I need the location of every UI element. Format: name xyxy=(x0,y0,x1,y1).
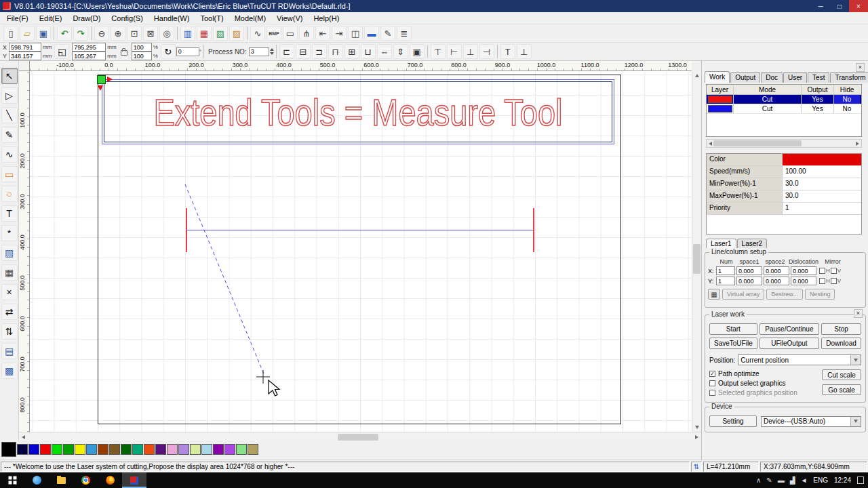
align-top-icon[interactable]: ⊓ xyxy=(328,44,343,59)
scroll-right-icon[interactable] xyxy=(692,432,701,441)
property-value[interactable]: 100.00 xyxy=(783,166,861,178)
scroll-right-icon[interactable] xyxy=(856,142,859,146)
property-value[interactable]: 30.0 xyxy=(783,178,861,190)
y-position-field[interactable]: 348.157 xyxy=(9,52,41,60)
array-y-field[interactable]: 0.000 xyxy=(791,277,816,285)
mirror-vertical-tool[interactable]: ⇅ xyxy=(1,323,18,340)
minimize-button[interactable]: ─ xyxy=(811,0,830,12)
scale-y-field[interactable]: 100 xyxy=(132,52,152,60)
aspect-lock-icon[interactable] xyxy=(121,50,127,56)
layer-row[interactable]: CutYesNo xyxy=(707,95,861,104)
palette-color[interactable] xyxy=(132,444,143,455)
document-info-icon[interactable]: ≣ xyxy=(397,26,412,41)
text-vertical-icon[interactable]: ⊥ xyxy=(517,44,532,59)
rectangle-tool[interactable]: ▭ xyxy=(1,166,18,182)
tab-user[interactable]: User xyxy=(783,72,807,83)
zoom-all-icon[interactable]: ⊠ xyxy=(143,26,158,41)
polyline-tool[interactable]: ✎ xyxy=(1,127,18,143)
array-y-field[interactable]: 0.000 xyxy=(764,277,789,285)
zoom-out-icon[interactable]: ⊖ xyxy=(94,26,109,41)
menu-view-v[interactable]: View(V) xyxy=(271,13,308,24)
output-select-graphics-checkbox[interactable]: Output select graphics xyxy=(709,379,822,388)
palette-color[interactable] xyxy=(155,444,166,455)
pause-continue-button[interactable]: Pause/Continue xyxy=(760,323,819,335)
clock[interactable]: 12:24 xyxy=(834,476,851,484)
volume-icon[interactable]: ◄ xyxy=(800,476,807,484)
palette-color[interactable] xyxy=(121,444,132,455)
selected-graphics-position-checkbox[interactable]: Selected graphics position xyxy=(709,388,822,397)
device-select[interactable]: Device---(USB:Auto) xyxy=(761,416,861,427)
cut-property-icon[interactable]: ▦ xyxy=(197,26,212,41)
layer-setting-icon[interactable]: ▨ xyxy=(229,26,244,41)
device-setting-button[interactable]: Setting xyxy=(709,415,757,427)
design-text[interactable]: Extend Tools = Measure Tool xyxy=(104,76,612,148)
node-edit-tool[interactable]: ▷ xyxy=(1,87,18,104)
vertical-scroll-thumb[interactable] xyxy=(693,244,701,274)
palette-color[interactable] xyxy=(98,444,108,455)
nesting-button[interactable]: Nesting xyxy=(805,289,835,300)
point-tool[interactable]: * xyxy=(1,225,18,241)
rotate-angle-field[interactable]: 0 xyxy=(176,47,199,56)
position-select[interactable]: Current position xyxy=(738,354,861,365)
measure-vertical-icon[interactable]: ⇥ xyxy=(332,26,347,41)
move-to-top-icon[interactable]: ⊤ xyxy=(431,44,446,59)
ufileoutput-button[interactable]: UFileOutput xyxy=(760,338,819,349)
layer-table-scrollbar[interactable] xyxy=(706,139,862,148)
array-x-field[interactable]: 0.000 xyxy=(736,266,762,275)
scroll-up-icon[interactable] xyxy=(692,71,701,80)
palette-color[interactable] xyxy=(86,444,97,455)
palette-color[interactable] xyxy=(63,444,74,455)
menu-tool-t[interactable]: Tool(T) xyxy=(195,13,229,24)
curve-check-icon[interactable]: ▭ xyxy=(283,26,298,41)
image-tool[interactable]: ▧ xyxy=(1,245,18,261)
dropdown-arrow-icon[interactable] xyxy=(850,417,861,426)
layer-scroll-thumb[interactable] xyxy=(713,140,802,146)
tab-doc[interactable]: Doc xyxy=(761,72,783,83)
battery-icon[interactable]: ▬ xyxy=(778,476,785,484)
palette-color[interactable] xyxy=(17,444,28,455)
align-right-icon[interactable]: ⊐ xyxy=(312,44,327,59)
close-button[interactable]: × xyxy=(849,0,868,12)
palette-color[interactable] xyxy=(40,444,51,455)
rotate-icon[interactable]: ↻ xyxy=(161,44,176,59)
palette-color[interactable] xyxy=(178,444,189,455)
savetoufile-button[interactable]: SaveToUFile xyxy=(709,338,757,349)
vertical-scrollbar[interactable] xyxy=(692,71,701,432)
x-position-field[interactable]: 598.791 xyxy=(9,43,41,52)
same-width-icon[interactable]: ⇔ xyxy=(377,44,392,59)
cut-scale-button[interactable]: Cut scale xyxy=(822,369,861,380)
palette-color[interactable] xyxy=(144,444,155,455)
preview-simulate-icon[interactable]: ▥ xyxy=(180,26,195,41)
menu-edit-e[interactable]: Edit(E) xyxy=(34,13,68,24)
save-icon[interactable]: ▣ xyxy=(36,26,51,41)
delete-tool[interactable]: × xyxy=(1,284,18,300)
menu-file-f[interactable]: File(F) xyxy=(1,13,34,24)
open-file-icon[interactable]: ▱ xyxy=(20,26,35,41)
zoom-window-icon[interactable]: ⊡ xyxy=(127,26,142,41)
tab-test[interactable]: Test xyxy=(808,72,829,83)
tray-expand-icon[interactable]: ∧ xyxy=(756,476,761,484)
text-horizontal-icon[interactable]: T xyxy=(500,44,515,59)
select-tool[interactable]: ↖ xyxy=(1,68,18,84)
menu-help-h[interactable]: Help(H) xyxy=(308,13,344,24)
print-icon[interactable]: ◫ xyxy=(348,26,363,41)
array-grid-icon[interactable]: ▦ xyxy=(708,289,720,300)
matrix-array-tool[interactable]: ▩ xyxy=(1,363,18,379)
numeric-pad-tool[interactable]: ▤ xyxy=(1,343,18,359)
horizontal-scrollbar[interactable] xyxy=(19,432,701,441)
menu-draw-d[interactable]: Draw(D) xyxy=(67,13,106,24)
chrome-icon[interactable] xyxy=(73,472,98,488)
scroll-down-icon[interactable] xyxy=(692,423,701,432)
mirror-v-checkbox[interactable] xyxy=(831,268,837,274)
tab-transform[interactable]: Transform xyxy=(830,72,868,83)
move-to-bottom-icon[interactable]: ⊥ xyxy=(463,44,478,59)
mirror-h-checkbox[interactable] xyxy=(819,278,825,284)
tab-laser2[interactable]: Laser2 xyxy=(737,239,768,248)
line-tool[interactable]: ╲ xyxy=(1,107,18,123)
notification-center-icon[interactable] xyxy=(857,476,864,484)
same-size-icon[interactable]: ▣ xyxy=(410,44,425,59)
palette-color[interactable] xyxy=(75,444,85,455)
firefox-icon[interactable] xyxy=(98,472,122,488)
align-middle-icon[interactable]: ⊞ xyxy=(344,44,359,59)
scroll-left-icon[interactable] xyxy=(19,432,28,441)
